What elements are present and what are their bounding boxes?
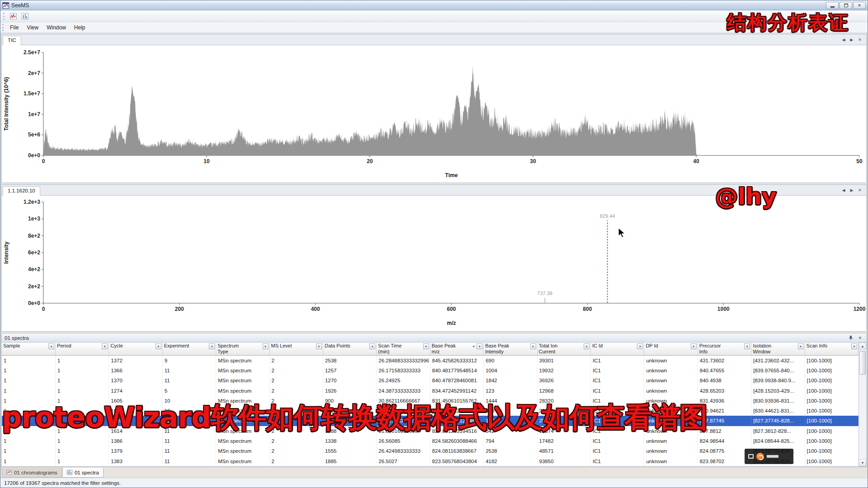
column-header-scan-info[interactable]: Scan Info▼ — [805, 343, 858, 355]
spectra-row-9[interactable]: 11138611MSn spectrum2133826.56085824.582… — [2, 436, 859, 446]
column-header-period[interactable]: Period▼ — [55, 343, 108, 355]
column-header-cycle[interactable]: Cycle▼ — [109, 343, 162, 355]
sort-ascending-icon: ▲ — [472, 344, 475, 347]
toolbar-grip[interactable] — [3, 13, 5, 20]
filter-dropdown-icon[interactable]: ▼ — [48, 343, 54, 349]
cell: 1 — [2, 375, 55, 385]
cell: 26.284883333332996 — [377, 355, 430, 365]
column-header-ic-id[interactable]: IC Id▼ — [590, 343, 644, 355]
chromatogram-panel: TIC ◀ ▶ ✕ 0e+05e+61e+71.5e+72e+72.5e+701… — [1, 34, 867, 183]
scroll-down-icon[interactable]: ▼ — [859, 459, 866, 466]
close-button[interactable]: ✕ — [853, 2, 866, 9]
svg-text:Intensity: Intensity — [3, 241, 9, 264]
status-bar: 17206 of 19367 spectra matched the filte… — [0, 478, 868, 488]
tab-tic[interactable]: TIC — [3, 36, 21, 45]
filter-dropdown-icon[interactable]: ▼ — [584, 343, 590, 349]
tab-scroll-left-icon[interactable]: ◀ — [840, 37, 847, 42]
column-header-isolation-window[interactable]: Isolation Window▼ — [751, 343, 805, 355]
spectra-row-2[interactable]: 11136611MSn spectrum2125726.171583333333… — [2, 366, 859, 375]
tab-scroll-left-icon[interactable]: ◀ — [840, 187, 847, 193]
cell: [100-1000] — [805, 375, 858, 385]
panel-close-icon[interactable]: ✕ — [857, 37, 863, 42]
column-header-base-peak-m-z[interactable]: Base Peak m/z▲▼ — [430, 343, 483, 355]
menu-help[interactable]: Help — [70, 23, 90, 32]
cell: MSn spectrum — [216, 456, 269, 466]
tab-scroll-right-icon[interactable]: ▶ — [849, 187, 855, 193]
svg-text:0e+0: 0e+0 — [28, 300, 40, 306]
filter-dropdown-icon[interactable]: ▼ — [156, 343, 161, 349]
filter-dropdown-icon[interactable]: ▼ — [316, 343, 322, 349]
tab-01-chromatograms[interactable]: 01 chromatograms — [2, 468, 62, 478]
column-header-precursor-info[interactable]: Precursor Info▼ — [698, 343, 751, 355]
scroll-up-icon[interactable]: ▲ — [859, 343, 866, 350]
minimize-button[interactable] — [826, 2, 839, 9]
cell: [824.08544-825... — [751, 436, 805, 446]
filter-dropdown-icon[interactable]: ▼ — [530, 343, 536, 349]
cell: [100-1000] — [805, 406, 858, 416]
menu-file[interactable]: File — [6, 23, 23, 32]
menu-view[interactable]: View — [23, 23, 42, 32]
peak-label: 829.44 — [600, 213, 615, 219]
cell: 1383 — [109, 456, 162, 466]
pin-icon[interactable] — [847, 335, 854, 341]
scrollbar-thumb[interactable] — [859, 351, 866, 375]
panel-close-icon[interactable]: ✕ — [857, 187, 863, 193]
cell: 431.73602 — [698, 355, 751, 365]
column-header-scan-time-min-[interactable]: Scan Time (min)▼ — [377, 343, 430, 355]
open-chromatogram-button[interactable] — [8, 11, 19, 21]
svg-text:5e+6: 5e+6 — [28, 131, 40, 138]
filter-dropdown-icon[interactable]: ▼ — [851, 343, 857, 349]
filter-dropdown-icon[interactable]: ▼ — [423, 343, 429, 349]
cell: 11 — [162, 436, 216, 446]
column-header-dp-id[interactable]: DP Id▼ — [644, 343, 698, 355]
cell: 1 — [2, 446, 55, 456]
tab-scroll-right-icon[interactable]: ▶ — [849, 37, 855, 42]
spectra-tab-icon — [67, 470, 72, 475]
cell: 26.56085 — [377, 436, 430, 446]
column-header-spectrum-type[interactable]: Spectrum Type▼ — [216, 343, 269, 355]
cell: 2538 — [323, 355, 376, 365]
spectrum-chart[interactable]: 0e+02e+24e+26e+28e+21e+31.2e+30200400600… — [2, 196, 867, 331]
svg-text:1e+7: 1e+7 — [28, 111, 40, 117]
spectra-row-1[interactable]: 1113729MSn spectrum2253826.2848833333329… — [2, 355, 859, 365]
cell: 2 — [269, 355, 323, 365]
spectra-row-4[interactable]: 1112745MSn spectrum2192624.3873333333338… — [2, 385, 859, 395]
cell: 690 — [484, 355, 537, 365]
filter-dropdown-icon[interactable]: ▼ — [476, 343, 482, 349]
filter-dropdown-icon[interactable]: ▼ — [691, 343, 697, 349]
cell: 11 — [162, 446, 216, 456]
open-spectrum-button[interactable] — [19, 11, 30, 21]
tab-01-spectra[interactable]: 01 spectra — [62, 468, 104, 478]
spectra-row-11[interactable]: 11138311MSn spectrum2188526.5027823.5857… — [2, 456, 859, 466]
maximize-button[interactable] — [840, 2, 852, 9]
column-label: Cycle — [110, 343, 160, 349]
svg-text:20: 20 — [367, 158, 373, 164]
scrollbar-track[interactable] — [859, 350, 866, 459]
filter-dropdown-icon[interactable]: ▼ — [263, 343, 269, 349]
dock-tab-label: 01 chromatograms — [14, 470, 57, 475]
column-header-data-points[interactable]: Data Points▼ — [323, 343, 376, 355]
filter-dropdown-icon[interactable]: ▼ — [209, 343, 215, 349]
panel-close-icon[interactable]: ✕ — [857, 335, 863, 341]
cell: [100-1000] — [805, 396, 858, 406]
spectra-row-3[interactable]: 11137011MSn spectrum2127026.24925840.478… — [2, 375, 859, 385]
filter-dropdown-icon[interactable]: ▼ — [744, 343, 750, 349]
menu-window[interactable]: Window — [42, 23, 70, 32]
tab-spectrum-scan[interactable]: 1.1.1620.10 — [3, 186, 40, 196]
column-header-ms-level[interactable]: MS Level▼ — [269, 343, 323, 355]
cell: 840.481779548514 — [430, 366, 483, 375]
column-header-base-peak-intensity[interactable]: Base Peak Intensity▼ — [484, 343, 537, 355]
filter-dropdown-icon[interactable]: ▼ — [798, 343, 804, 349]
cell: 12968 — [537, 385, 590, 395]
filter-dropdown-icon[interactable]: ▼ — [369, 343, 375, 349]
menubar-grip[interactable] — [2, 24, 4, 31]
tic-chart[interactable]: 0e+05e+61e+71.5e+72e+72.5e+701020304050T… — [2, 45, 867, 183]
table-vertical-scrollbar[interactable]: ▲ ▼ — [859, 343, 866, 466]
column-header-sample[interactable]: Sample▼ — [2, 343, 55, 355]
column-header-experiment[interactable]: Experiment▼ — [162, 343, 216, 355]
column-header-total-ion-current[interactable]: Total Ion Current▼ — [537, 343, 590, 355]
filter-dropdown-icon[interactable]: ▼ — [102, 343, 108, 349]
spectra-row-10[interactable]: 11137911MSn spectrum2155526.424983333333… — [2, 446, 859, 456]
filter-dropdown-icon[interactable]: ▼ — [637, 343, 643, 349]
cell: 1370 — [109, 375, 162, 385]
